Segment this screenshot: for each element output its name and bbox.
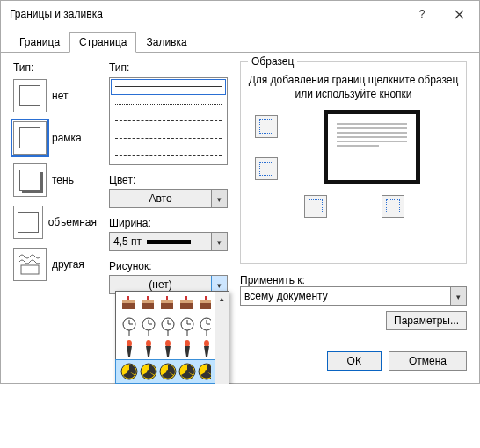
art-option-cakes[interactable] xyxy=(116,292,215,314)
chevron-down-icon xyxy=(217,235,222,248)
art-dropdown-popup xyxy=(115,291,229,384)
setting-custom-label: другая xyxy=(52,258,84,271)
setting-box-label: рамка xyxy=(52,132,82,144)
width-drop[interactable] xyxy=(211,233,227,250)
chevron-down-icon xyxy=(217,192,222,205)
color-value: Авто xyxy=(110,190,211,207)
svg-rect-2 xyxy=(122,300,135,303)
apply-to-drop[interactable] xyxy=(450,287,466,305)
width-combo[interactable]: 4,5 пт xyxy=(109,232,228,251)
setting-box-icon xyxy=(13,121,47,155)
line-style-list[interactable] xyxy=(109,77,228,165)
setting-none-label: нет xyxy=(52,90,68,102)
line-style-dashed-fine[interactable] xyxy=(110,112,227,130)
border-bottom-button[interactable] xyxy=(255,157,278,180)
setting-3d-label: объемная xyxy=(48,216,97,228)
sample-legend: Образец xyxy=(248,55,297,68)
line-style-dashed[interactable] xyxy=(110,130,227,148)
apply-to-value: всему документу xyxy=(241,287,450,305)
dialog-footer: ОК Отмена xyxy=(1,343,479,383)
radiation-icon xyxy=(120,362,211,381)
cancel-button[interactable]: Отмена xyxy=(389,351,467,371)
width-label: Ширина: xyxy=(109,217,228,229)
page-preview[interactable] xyxy=(324,110,420,184)
border-top-button[interactable] xyxy=(255,115,278,138)
setting-shadow[interactable]: тень xyxy=(13,162,97,199)
borders-shading-dialog: Границы и заливка ? Граница Страница Зал… xyxy=(0,0,480,384)
width-value: 4,5 пт xyxy=(110,233,211,250)
border-left-button[interactable] xyxy=(304,195,327,218)
art-option-torches[interactable] xyxy=(116,337,215,360)
options-button[interactable]: Параметры... xyxy=(386,311,467,330)
color-label: Цвет: xyxy=(109,174,228,186)
art-option-lollipops[interactable] xyxy=(116,383,215,384)
sample-fieldset: Образец Для добавления границ щелкните о… xyxy=(240,61,467,264)
line-style-solid[interactable] xyxy=(110,78,227,96)
svg-rect-3 xyxy=(127,296,129,300)
torch-icon xyxy=(120,339,211,358)
title-bar: Границы и заливка ? xyxy=(1,1,479,27)
line-type-label: Тип: xyxy=(109,61,228,74)
color-combo[interactable]: Авто xyxy=(109,189,228,208)
tab-bar: Граница Страница Заливка xyxy=(1,31,479,53)
sample-message: Для добавления границ щелкните образец и… xyxy=(248,73,459,101)
setting-column: Тип: нет рамка тень объемная xyxy=(13,61,97,330)
art-popup-scrollbar[interactable] xyxy=(215,292,229,384)
svg-point-7 xyxy=(127,370,131,373)
tab-border[interactable]: Граница xyxy=(10,32,69,53)
setting-none-icon xyxy=(13,79,47,112)
border-right-button[interactable] xyxy=(382,195,404,218)
setting-shadow-label: тень xyxy=(52,174,74,186)
dialog-title: Границы и заливка xyxy=(10,8,404,20)
chevron-down-icon xyxy=(456,290,461,302)
tab-fill[interactable]: Заливка xyxy=(136,32,196,53)
setting-box[interactable]: рамка xyxy=(13,119,97,156)
cake-icon xyxy=(120,293,211,313)
tab-page[interactable]: Страница xyxy=(69,32,136,53)
line-style-dotted[interactable] xyxy=(110,96,227,113)
apply-to-label: Применить к: xyxy=(240,274,467,286)
help-button[interactable]: ? xyxy=(404,2,440,26)
art-option-radiation[interactable] xyxy=(116,360,215,383)
setting-custom-icon xyxy=(13,248,47,281)
setting-3d[interactable]: объемная xyxy=(13,204,97,241)
chevron-down-icon xyxy=(217,278,222,291)
setting-3d-icon xyxy=(13,206,43,239)
ok-button[interactable]: ОК xyxy=(327,351,382,371)
preview-column: Образец Для добавления границ щелкните о… xyxy=(240,61,467,330)
apply-to-combo[interactable]: всему документу xyxy=(240,286,467,306)
art-option-clocks[interactable] xyxy=(116,314,215,337)
close-button[interactable] xyxy=(440,2,477,26)
color-drop[interactable] xyxy=(211,190,227,207)
clock-icon xyxy=(120,316,211,336)
art-label: Рисунок: xyxy=(109,260,228,272)
scroll-up-icon xyxy=(220,292,224,304)
setting-label: Тип: xyxy=(13,61,97,74)
svg-rect-0 xyxy=(21,265,39,274)
close-icon xyxy=(455,10,464,19)
line-style-dash-dot[interactable] xyxy=(110,147,227,164)
svg-point-5 xyxy=(127,340,132,347)
setting-custom[interactable]: другая xyxy=(13,246,97,283)
setting-shadow-icon xyxy=(13,163,47,197)
setting-none[interactable]: нет xyxy=(13,77,97,114)
width-sample-icon xyxy=(147,240,191,244)
